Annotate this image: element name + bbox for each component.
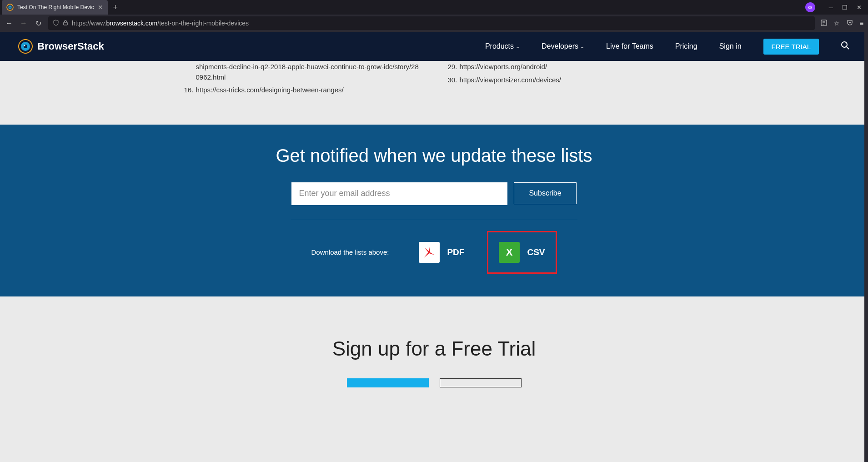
toolbar-right: ☆ ≡ xyxy=(820,19,863,28)
subscribe-button[interactable]: Subscribe xyxy=(514,182,576,204)
divider xyxy=(291,219,577,219)
reload-icon[interactable]: ↻ xyxy=(34,19,43,28)
svg-point-11 xyxy=(24,45,25,46)
download-csv[interactable]: X CSV xyxy=(487,231,557,274)
pdf-icon xyxy=(419,242,440,263)
back-icon[interactable]: ← xyxy=(5,19,14,27)
signup-secondary-button[interactable] xyxy=(440,378,522,387)
browserstack-logo-icon xyxy=(18,39,33,54)
chevron-down-icon: ⌄ xyxy=(580,44,584,50)
signup-title: Sign up for a Free Trial xyxy=(0,337,868,360)
minimize-icon[interactable]: ─ xyxy=(826,1,836,14)
references-columns: shipments-decline-in-q2-2018-apple-huawe… xyxy=(184,61,684,97)
tab-title: Test On The Right Mobile Devic xyxy=(17,4,94,10)
url-bar[interactable]: https://www.browserstack.com/test-on-the… xyxy=(48,16,815,30)
maximize-icon[interactable]: ❐ xyxy=(839,1,850,14)
reader-icon[interactable] xyxy=(820,19,828,28)
lock-icon xyxy=(63,20,68,27)
signup-section: Sign up for a Free Trial xyxy=(0,296,868,406)
close-window-icon[interactable]: ✕ xyxy=(854,1,864,14)
email-row: Subscribe xyxy=(0,182,868,205)
csv-icon: X xyxy=(499,242,520,263)
extension-icon[interactable]: ∞ xyxy=(805,2,815,12)
browser-tab[interactable]: Test On The Right Mobile Devic ✕ xyxy=(2,0,108,15)
nav-live-for-teams[interactable]: Live for Teams xyxy=(606,42,653,50)
reference-item: shipments-decline-in-q2-2018-apple-huawe… xyxy=(184,61,421,84)
menu-icon[interactable]: ≡ xyxy=(860,20,863,27)
logo[interactable]: BrowserStack xyxy=(18,39,104,54)
email-input[interactable] xyxy=(291,182,507,205)
svg-text:X: X xyxy=(506,246,513,258)
page-viewport: BrowserStack Products⌄ Developers⌄ Live … xyxy=(0,32,868,462)
nav-menu: Products⌄ Developers⌄ Live for Teams Pri… xyxy=(485,39,850,55)
references-right-column: 29. https://viewports.org/android/ 30. h… xyxy=(448,61,684,97)
scrollbar[interactable] xyxy=(864,32,868,462)
download-pdf[interactable]: PDF xyxy=(407,231,476,274)
logo-text: BrowserStack xyxy=(37,40,104,52)
csv-label: CSV xyxy=(527,247,545,257)
reference-item: 16. https://css-tricks.com/designing-bet… xyxy=(184,84,421,97)
references-left-column: shipments-decline-in-q2-2018-apple-huawe… xyxy=(184,61,421,97)
nav-products[interactable]: Products⌄ xyxy=(485,42,520,50)
url-text: https://www.browserstack.com/test-on-the… xyxy=(72,20,249,27)
svg-rect-3 xyxy=(64,22,67,25)
shield-icon xyxy=(53,20,59,27)
nav-developers[interactable]: Developers⌄ xyxy=(542,42,584,50)
bookmark-icon[interactable]: ☆ xyxy=(834,20,840,27)
pocket-icon[interactable] xyxy=(846,19,853,28)
tab-close-icon[interactable]: ✕ xyxy=(98,4,103,11)
nav-sign-in[interactable]: Sign in xyxy=(719,42,742,50)
site-header: BrowserStack Products⌄ Developers⌄ Live … xyxy=(0,32,868,61)
window-controls: ∞ ─ ❐ ✕ xyxy=(805,1,868,14)
signup-buttons xyxy=(0,378,868,387)
browser-chrome: Test On The Right Mobile Devic ✕ + ∞ ─ ❐… xyxy=(0,0,868,32)
signup-primary-button[interactable] xyxy=(347,378,429,387)
nav-pricing[interactable]: Pricing xyxy=(675,42,697,50)
nav-bar: ← → ↻ https://www.browserstack.com/test-… xyxy=(0,15,868,32)
svg-point-12 xyxy=(842,42,847,47)
reference-item: 30. https://viewportsizer.com/devices/ xyxy=(448,74,684,87)
new-tab-button[interactable]: + xyxy=(108,3,124,12)
favicon-icon xyxy=(6,4,14,11)
search-icon[interactable] xyxy=(841,41,850,52)
free-trial-button[interactable]: FREE TRIAL xyxy=(763,39,819,55)
tab-bar: Test On The Right Mobile Devic ✕ + ∞ ─ ❐… xyxy=(0,0,868,15)
chevron-down-icon: ⌄ xyxy=(516,44,520,50)
forward-icon[interactable]: → xyxy=(19,19,28,27)
pdf-label: PDF xyxy=(447,247,464,257)
notify-section: Get notified when we update these lists … xyxy=(0,125,868,296)
reference-item: 29. https://viewports.org/android/ xyxy=(448,61,684,74)
download-row: Download the lists above: PDF X CSV xyxy=(0,231,868,274)
svg-line-13 xyxy=(847,47,849,49)
references-section: shipments-decline-in-q2-2018-apple-huawe… xyxy=(0,61,868,125)
notify-title: Get notified when we update these lists xyxy=(0,146,868,166)
svg-point-2 xyxy=(10,7,10,8)
download-label: Download the lists above: xyxy=(311,248,389,256)
